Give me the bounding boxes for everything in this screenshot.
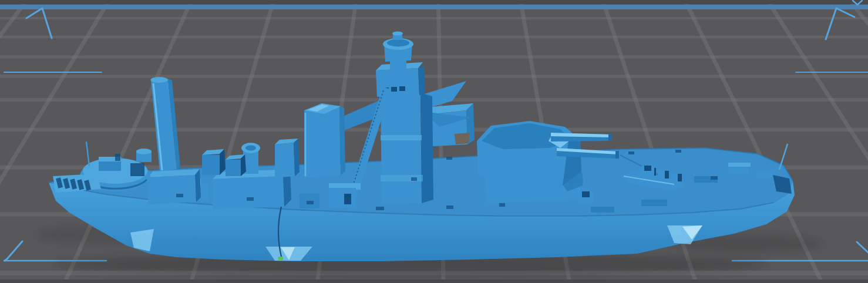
corner-marker-bottom-left [5,241,22,261]
top-edge-strip [0,0,868,4]
doorway [344,194,351,204]
corner-marker-bottom-right [857,242,868,252]
viewport-3d[interactable] [0,0,868,283]
build-volume-back-edge [0,5,868,9]
jack-staff [86,142,89,166]
dark-cube [130,163,144,176]
forward-mast [151,77,181,171]
seam-marker-dot [278,257,283,260]
funnel [304,103,345,178]
corner-marker-top-right [826,8,854,39]
corner-marker-top-left [26,8,52,38]
fore-deckhouse [148,175,196,204]
mesh-gap-artifact [455,133,470,144]
bottom-edge-strip [0,279,868,283]
tower-lower [381,93,422,204]
